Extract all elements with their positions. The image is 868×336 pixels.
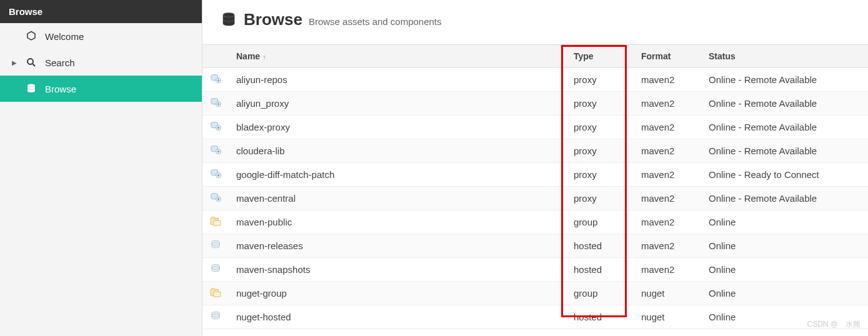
repo-type: proxy (566, 163, 634, 187)
repo-name: maven-releases (229, 234, 566, 258)
repo-format: maven2 (634, 116, 701, 139)
repo-status: Online - Remote Available (701, 139, 868, 163)
repo-name: maven-public (229, 210, 566, 234)
search-icon (25, 57, 37, 68)
database-icon (220, 11, 237, 29)
page-header: Browse Browse assets and components (202, 0, 868, 44)
repo-type-icon (202, 116, 229, 139)
repo-status: Online - Remote Available (701, 187, 868, 210)
sidebar-item-label: Search (45, 57, 75, 68)
repo-status: Online - Remote Available (701, 68, 868, 92)
repo-format: maven2 (634, 187, 701, 210)
table-row[interactable]: maven-snapshotshostedmaven2Online (202, 258, 868, 282)
database-icon (25, 83, 37, 94)
sidebar-item-search[interactable]: ▶Search (0, 49, 202, 76)
repo-type: proxy (566, 116, 634, 139)
repo-format: nuget (634, 305, 701, 329)
svg-point-2 (27, 84, 35, 87)
repo-format: maven2 (634, 163, 701, 187)
table-row[interactable]: nuget-hostedhostednugetOnline (202, 305, 868, 329)
repo-type-icon (202, 282, 229, 305)
repo-type-icon (202, 139, 229, 163)
hexagon-icon (25, 31, 37, 42)
table-row[interactable]: cloudera-libproxymaven2Online - Remote A… (202, 139, 868, 163)
repo-format: maven2 (634, 210, 701, 234)
column-header-format[interactable]: Format (634, 45, 701, 68)
repo-type: proxy (566, 139, 634, 163)
repo-status: Online - Ready to Connect (701, 163, 868, 187)
repo-format: maven2 (634, 258, 701, 282)
sidebar-item-welcome[interactable]: ▶Welcome (0, 23, 202, 49)
repo-name: maven-snapshots (229, 258, 566, 282)
repo-name: cloudera-lib (229, 139, 566, 163)
column-header-type[interactable]: Type (566, 45, 634, 68)
repo-name: google-diff-match-patch (229, 163, 566, 187)
svg-point-3 (223, 12, 235, 17)
repo-type: hosted (566, 234, 634, 258)
column-header-name[interactable]: Name↑ (229, 45, 566, 68)
repo-name: aliyun-repos (229, 68, 566, 92)
repo-type-icon (202, 92, 229, 116)
repo-type-icon (202, 234, 229, 258)
table-row[interactable]: google-diff-match-patchproxymaven2Online… (202, 163, 868, 187)
svg-line-1 (32, 64, 35, 66)
repo-type-icon (202, 68, 229, 92)
sort-ascending-icon: ↑ (262, 53, 266, 61)
repo-type: proxy (566, 92, 634, 116)
repo-status: Online (701, 210, 868, 234)
repo-type-icon (202, 210, 229, 234)
repo-name: maven-central (229, 187, 566, 210)
repo-type: proxy (566, 68, 634, 92)
repo-format: maven2 (634, 92, 701, 116)
page-title: Browse (244, 10, 302, 29)
column-header-status[interactable]: Status (701, 45, 868, 68)
table-row[interactable]: bladex-proxyproxymaven2Online - Remote A… (202, 116, 868, 139)
column-header-icon[interactable] (202, 45, 229, 68)
repo-name: aliyun_proxy (229, 92, 566, 116)
svg-rect-17 (213, 220, 221, 225)
repo-status: Online (701, 282, 868, 305)
main-content: Browse Browse assets and components Name… (202, 0, 868, 336)
repo-type: hosted (566, 305, 634, 329)
table-row[interactable]: maven-publicgroupmaven2Online (202, 210, 868, 234)
sidebar: Browse ▶Welcome▶Search▶Browse (0, 0, 202, 336)
sidebar-item-browse[interactable]: ▶Browse (0, 76, 202, 102)
sidebar-header: Browse (0, 0, 202, 23)
repo-status: Online - Remote Available (701, 92, 868, 116)
repo-type-icon (202, 258, 229, 282)
table-row[interactable]: maven-releaseshostedmaven2Online (202, 234, 868, 258)
repo-format: nuget (634, 282, 701, 305)
repositories-table-wrap: Name↑ Type Format Status aliyun-repospro… (202, 44, 868, 329)
repo-type-icon (202, 187, 229, 210)
repo-format: maven2 (634, 139, 701, 163)
sidebar-item-label: Browse (45, 84, 76, 94)
repo-name: bladex-proxy (229, 116, 566, 139)
repo-status: Online (701, 234, 868, 258)
table-row[interactable]: aliyun_proxyproxymaven2Online - Remote A… (202, 92, 868, 116)
repo-format: maven2 (634, 234, 701, 258)
svg-rect-23 (213, 292, 221, 297)
repositories-table: Name↑ Type Format Status aliyun-repospro… (202, 45, 868, 329)
repo-name: nuget-group (229, 282, 566, 305)
sidebar-item-label: Welcome (45, 31, 84, 42)
chevron-right-icon: ▶ (11, 59, 17, 66)
table-row[interactable]: aliyun-reposproxymaven2Online - Remote A… (202, 68, 868, 92)
watermark: CSDN @ 水熊 (807, 319, 861, 330)
table-row[interactable]: nuget-groupgroupnugetOnline (202, 282, 868, 305)
repo-type: group (566, 282, 634, 305)
svg-point-0 (27, 59, 33, 64)
repo-type-icon (202, 163, 229, 187)
repo-type-icon (202, 305, 229, 329)
repo-type: proxy (566, 187, 634, 210)
repo-type: hosted (566, 258, 634, 282)
repo-type: group (566, 210, 634, 234)
table-row[interactable]: maven-centralproxymaven2Online - Remote … (202, 187, 868, 210)
repo-name: nuget-hosted (229, 305, 566, 329)
repo-status: Online (701, 258, 868, 282)
repo-status: Online - Remote Available (701, 116, 868, 139)
page-subtitle: Browse assets and components (309, 16, 442, 27)
repo-format: maven2 (634, 68, 701, 92)
